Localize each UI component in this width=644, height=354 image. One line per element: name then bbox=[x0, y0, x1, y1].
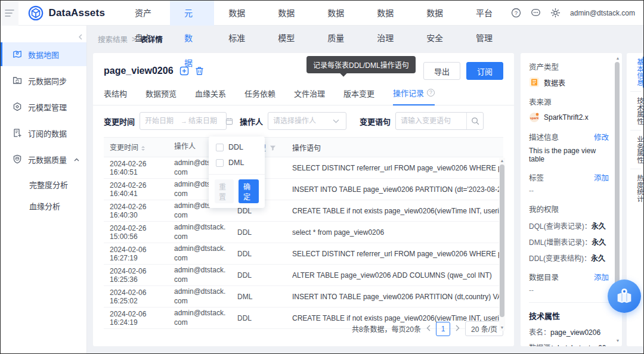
delete-table-button[interactable] bbox=[195, 66, 204, 76]
tab-version-change[interactable]: 版本变更 bbox=[343, 87, 374, 105]
page-size-select[interactable]: 20 条/页 bbox=[465, 321, 503, 336]
map-pin-icon bbox=[615, 287, 634, 306]
table-row[interactable]: 2024-02-06 16:25:02 admin@dtstack.com DM… bbox=[104, 286, 503, 308]
date-range-picker[interactable]: → bbox=[140, 112, 227, 130]
tab-lineage[interactable]: 血缘关系 bbox=[195, 87, 226, 105]
prev-page-arrow[interactable] bbox=[426, 325, 431, 333]
change-time-label: 变更时间 bbox=[104, 116, 135, 127]
confirm-button[interactable]: 确定 bbox=[239, 179, 259, 203]
tab-file-governance[interactable]: 文件治理 bbox=[294, 87, 325, 105]
question-circle-icon[interactable]: ? bbox=[427, 89, 435, 97]
message-icon[interactable] bbox=[531, 8, 541, 18]
sidebar-item-subscribed-data[interactable]: 订阅的数据 bbox=[1, 121, 86, 145]
side-tab-basic-info[interactable]: 基本信息 bbox=[627, 53, 644, 91]
panel-divider bbox=[529, 302, 614, 303]
scroll-down-arrow[interactable]: ▼ bbox=[499, 325, 505, 331]
sidebar-collapse-button[interactable] bbox=[76, 33, 85, 41]
checkbox-dml[interactable] bbox=[216, 159, 224, 167]
table-row[interactable]: 2024-02-06 16:25:36 admin@dtstack.com DD… bbox=[104, 265, 503, 286]
trash-icon bbox=[195, 66, 204, 76]
brand-logo[interactable]: DataAssets bbox=[18, 5, 120, 21]
breadcrumb-search-results[interactable]: 搜索结果 bbox=[98, 33, 128, 45]
app-window: DataAssets 资产盘点 元数据 数据标准 数据模型 数据质量 数据治理 … bbox=[0, 0, 644, 354]
data-map-assistant-button[interactable] bbox=[608, 280, 641, 313]
tech-prop-row: 表名：page_view0206 bbox=[529, 327, 609, 337]
add-tag-link[interactable]: 添加 bbox=[594, 172, 609, 183]
edit-description-link[interactable]: 修改 bbox=[594, 131, 609, 142]
filter-option-ddl[interactable]: DDL bbox=[216, 143, 258, 151]
export-button[interactable]: 导出 bbox=[423, 62, 460, 80]
col-header-statement: 操作语句 bbox=[292, 142, 503, 153]
sql-search-input[interactable] bbox=[401, 117, 462, 125]
cell-operator: admin@dtstack.com bbox=[174, 266, 237, 284]
operator-select[interactable] bbox=[268, 112, 346, 130]
sql-search-field[interactable] bbox=[395, 112, 484, 130]
nav-item-metadata[interactable]: 元数据 bbox=[170, 1, 214, 26]
end-date-input[interactable] bbox=[188, 117, 223, 125]
page-number[interactable]: 1 bbox=[436, 322, 450, 336]
settings-gear-icon[interactable] bbox=[550, 8, 561, 18]
table-row[interactable]: 2024-02-26 16:40:51 admin@dtstack.com DD… bbox=[104, 157, 503, 179]
scrollbar-thumb[interactable] bbox=[500, 164, 504, 317]
nav-item-data-quality[interactable]: 数据质量 bbox=[313, 1, 363, 26]
sidebar-item-label: 元模型管理 bbox=[28, 101, 67, 113]
next-page-arrow[interactable] bbox=[456, 325, 460, 333]
help-icon[interactable]: ? bbox=[511, 8, 521, 18]
sort-icon[interactable] bbox=[141, 144, 145, 153]
scroll-up-arrow[interactable]: ▲ bbox=[499, 158, 505, 164]
tab-data-preview[interactable]: 数据预览 bbox=[145, 87, 177, 105]
scroll-up-arrow[interactable]: ▲ bbox=[615, 55, 621, 61]
cell-change-time: 2024-02-26 16:40:30 bbox=[104, 203, 174, 219]
chevron-down-icon[interactable] bbox=[333, 119, 339, 123]
hamburger-menu-button[interactable] bbox=[1, 1, 18, 26]
search-button[interactable] bbox=[466, 113, 483, 129]
cell-operator: admin@dtstack.com bbox=[174, 287, 237, 306]
side-tab-heat-statistics[interactable]: 热度统计 bbox=[627, 169, 644, 207]
tab-operation-record[interactable]: 操作记录 ? bbox=[393, 87, 435, 105]
cell-change-time: 2024-02-06 16:25:36 bbox=[104, 267, 174, 284]
table-row[interactable]: 2024-02-26 16:40:41 admin@dtstack.com DM… bbox=[104, 179, 503, 200]
operator-select-input[interactable] bbox=[273, 117, 330, 125]
sidebar-item-data-map[interactable]: 数据地图 bbox=[1, 42, 86, 66]
filter-option-dml[interactable]: DML bbox=[216, 159, 258, 167]
subscribed-data-icon bbox=[13, 128, 22, 138]
calendar-icon[interactable] bbox=[225, 117, 233, 125]
side-tab-business-properties[interactable]: 业务属性 bbox=[627, 131, 644, 169]
table-source-label: 表来源 bbox=[529, 96, 609, 107]
cell-change-time: 2024-02-26 16:40:51 bbox=[104, 160, 174, 176]
nav-item-data-standard[interactable]: 数据标准 bbox=[214, 1, 264, 26]
sidebar-item-label: 元数据同步 bbox=[28, 75, 67, 86]
user-account[interactable]: admin@dtstack.com bbox=[570, 9, 635, 17]
sidebar-item-metadata-quality[interactable]: 元数据质量 bbox=[1, 147, 86, 171]
table-scrollbar[interactable]: ▲ ▼ bbox=[499, 158, 505, 331]
side-tab-tech-properties[interactable]: 技术属性 bbox=[627, 92, 644, 130]
sidebar-subitem-lineage-analysis[interactable]: 血缘分析 bbox=[1, 195, 86, 216]
filter-funnel-icon[interactable] bbox=[270, 145, 276, 151]
nav-item-data-governance[interactable]: 数据治理 bbox=[363, 1, 412, 26]
chevron-up-icon[interactable] bbox=[74, 156, 79, 163]
nav-item-data-security[interactable]: 数据安全 bbox=[412, 1, 462, 26]
tab-table-structure[interactable]: 表结构 bbox=[104, 87, 127, 105]
add-catalog-link[interactable]: 添加 bbox=[594, 271, 609, 282]
table-row[interactable]: 2024-02-06 16:27:19 admin@dtstack.com DD… bbox=[104, 243, 503, 265]
subscribe-button[interactable]: 订阅 bbox=[466, 62, 503, 80]
nav-item-platform-admin[interactable]: 平台管理 bbox=[462, 1, 511, 26]
reset-button[interactable]: 重置 bbox=[215, 179, 234, 203]
nav-item-asset-inventory[interactable]: 资产盘点 bbox=[120, 1, 170, 26]
range-separator: → bbox=[181, 117, 187, 125]
sidebar-item-metadata-sync[interactable]: 元数据同步 bbox=[1, 69, 86, 92]
nav-item-data-model[interactable]: 数据模型 bbox=[264, 1, 313, 26]
cell-statement-type: DDL bbox=[237, 250, 292, 258]
start-date-input[interactable] bbox=[145, 117, 179, 125]
scroll-down-arrow[interactable]: ▼ bbox=[615, 338, 621, 344]
data-table-icon bbox=[529, 77, 540, 88]
table-row[interactable]: 2024-02-26 15:00:56 admin@dtstack.com DD… bbox=[104, 222, 503, 243]
table-row[interactable]: 2024-02-26 16:40:30 admin@dtstack.com DD… bbox=[104, 200, 503, 222]
tab-task-dependency[interactable]: 任务依赖 bbox=[244, 87, 275, 105]
checkbox-ddl[interactable] bbox=[216, 144, 224, 151]
filter-bar: 变更时间 → 操作人 变更语句 bbox=[93, 105, 514, 137]
col-header-change-time[interactable]: 变更时间 bbox=[104, 142, 174, 153]
scrollbar-thumb[interactable] bbox=[615, 62, 620, 297]
sidebar-subitem-completeness-analysis[interactable]: 完整度分析 bbox=[1, 173, 86, 195]
sidebar-item-meta-model[interactable]: 元模型管理 bbox=[1, 95, 86, 119]
